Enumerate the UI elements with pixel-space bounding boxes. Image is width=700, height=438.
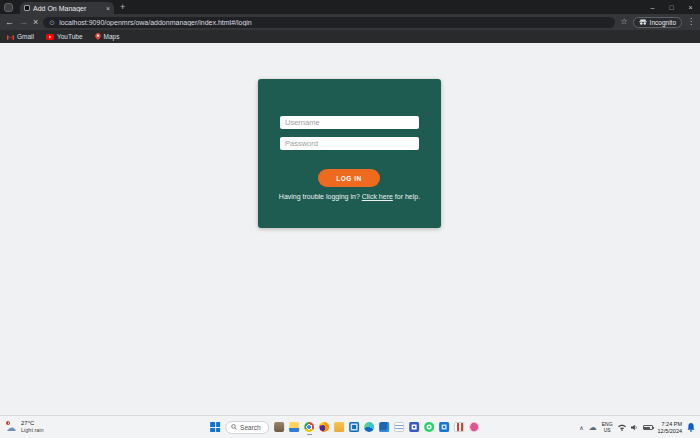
bookmark-maps[interactable]: Maps xyxy=(95,33,120,40)
maximize-button[interactable]: □ xyxy=(662,0,681,14)
wifi-icon[interactable] xyxy=(618,424,626,431)
tray-date: 12/5/2024 xyxy=(658,428,682,435)
stop-icon[interactable]: × xyxy=(33,18,38,27)
menu-dots-icon[interactable]: ⋮ xyxy=(687,18,695,26)
outlook-icon[interactable] xyxy=(349,422,359,432)
tab-favicon-icon xyxy=(24,5,30,11)
weather-temp: 27°C xyxy=(21,420,44,427)
tab-search-button[interactable] xyxy=(4,3,13,12)
site-info-icon[interactable]: ⊙ xyxy=(49,19,55,26)
back-icon[interactable]: ← xyxy=(5,18,14,27)
clock-widget[interactable]: 7:24 PM 12/5/2024 xyxy=(658,421,682,434)
login-button[interactable]: LOG IN xyxy=(318,169,380,187)
window-controls: – □ × xyxy=(643,0,700,14)
password-input[interactable] xyxy=(280,137,419,150)
search-icon xyxy=(231,424,237,430)
alert-badge-icon xyxy=(5,420,11,426)
help-text: Having trouble logging in? Click here fo… xyxy=(258,193,441,200)
start-button[interactable] xyxy=(210,422,220,432)
media-player-icon[interactable] xyxy=(454,422,464,432)
login-card: LOG IN Having trouble logging in? Click … xyxy=(258,79,441,228)
notepad-icon[interactable] xyxy=(394,422,404,432)
incognito-label: Incognito xyxy=(650,19,676,26)
new-tab-button[interactable]: + xyxy=(120,3,125,12)
help-link[interactable]: Click here xyxy=(362,193,393,200)
search-placeholder: Search xyxy=(240,424,261,431)
youtube-icon xyxy=(46,34,54,40)
browser-toolbar: ← → × ⊙ localhost:9090/openmrs/owa/addon… xyxy=(0,14,700,30)
windows-taskbar: ☁ 27°C Light rain Search xyxy=(0,415,700,438)
help-prefix: Having trouble logging in? xyxy=(279,193,362,200)
onedrive-icon[interactable]: ☁ xyxy=(589,424,597,432)
vscode-icon[interactable] xyxy=(379,422,389,432)
page-content: LOG IN Having trouble logging in? Click … xyxy=(0,43,700,415)
photos-icon[interactable] xyxy=(439,422,449,432)
system-tray: ∧ ☁ ENG US 7:24 PM 12/5/2024 xyxy=(579,416,700,438)
whatsapp-icon[interactable] xyxy=(424,422,434,432)
taskbar-center: Search xyxy=(210,421,479,434)
browser-tab[interactable]: Add On Manager × xyxy=(20,2,114,14)
tab-title: Add On Manager xyxy=(33,5,103,12)
tray-time: 7:24 PM xyxy=(662,421,682,428)
weather-condition: Light rain xyxy=(21,427,44,433)
maps-pin-icon xyxy=(95,33,101,40)
bookmark-gmail[interactable]: Gmail xyxy=(7,33,34,40)
bookmarks-bar: Gmail YouTube Maps xyxy=(0,30,700,43)
battery-icon[interactable] xyxy=(643,425,653,430)
teams-icon[interactable] xyxy=(409,422,419,432)
incognito-badge: Incognito xyxy=(633,17,682,28)
tray-chevron-icon[interactable]: ∧ xyxy=(579,424,583,431)
edge-icon[interactable] xyxy=(364,422,374,432)
chrome-icon[interactable] xyxy=(304,422,314,432)
custom-app-icon[interactable] xyxy=(274,422,284,432)
firefox-icon[interactable] xyxy=(319,422,329,432)
close-button[interactable]: × xyxy=(681,0,700,14)
tab-close-icon[interactable]: × xyxy=(106,5,110,12)
help-suffix: for help. xyxy=(393,193,420,200)
bookmark-star-icon[interactable]: ☆ xyxy=(620,18,627,26)
url-text: localhost:9090/openmrs/owa/addonmanager/… xyxy=(59,19,252,26)
volume-icon[interactable] xyxy=(631,424,638,431)
notification-bell-icon[interactable] xyxy=(687,423,695,432)
bookmark-youtube[interactable]: YouTube xyxy=(46,33,83,40)
weather-text: 27°C Light rain xyxy=(21,420,44,433)
forward-icon[interactable]: → xyxy=(19,18,28,27)
taskbar-search[interactable]: Search xyxy=(225,421,269,434)
weather-widget[interactable]: ☁ 27°C Light rain xyxy=(0,420,44,433)
file-explorer-icon[interactable] xyxy=(289,422,299,432)
minimize-button[interactable]: – xyxy=(643,0,662,14)
language-indicator[interactable]: ENG US xyxy=(602,422,613,433)
pin-app-icon[interactable] xyxy=(469,422,479,432)
gmail-icon xyxy=(7,34,14,40)
browser-window: Add On Manager × + – □ × ← → × ⊙ localho… xyxy=(0,0,700,438)
downloads-folder-icon[interactable] xyxy=(334,422,344,432)
address-bar[interactable]: ⊙ localhost:9090/openmrs/owa/addonmanage… xyxy=(43,17,615,28)
incognito-icon xyxy=(639,19,647,25)
browser-titlebar: Add On Manager × + – □ × xyxy=(0,0,700,14)
weather-icon: ☁ xyxy=(5,421,18,433)
username-input[interactable] xyxy=(280,116,419,129)
